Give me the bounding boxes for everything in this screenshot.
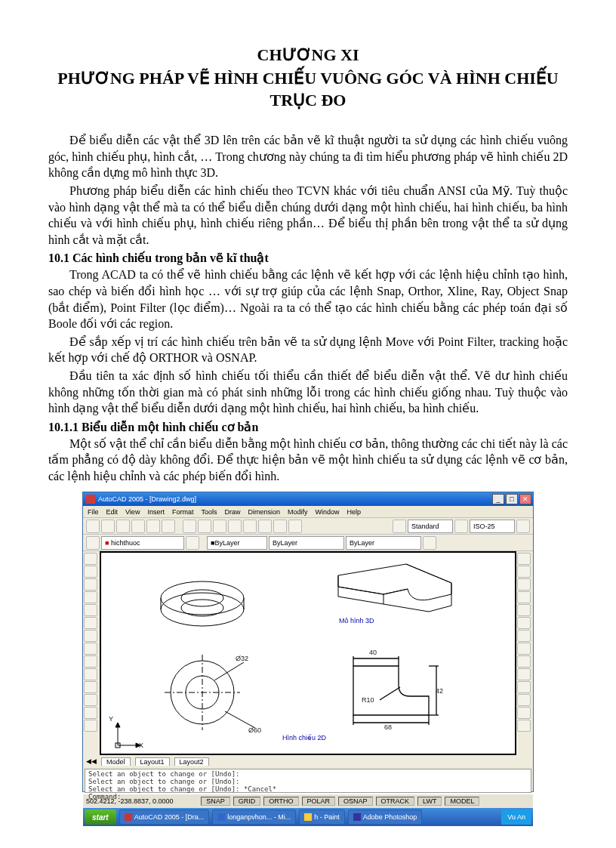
taskbar-item[interactable]: longanpvhon... - Mi... xyxy=(212,809,296,825)
color-dropdown[interactable]: ■ ByLayer xyxy=(207,536,267,550)
toolbar-button[interactable] xyxy=(198,520,211,533)
status-lwt[interactable]: LWT xyxy=(417,797,442,806)
menu-window[interactable]: Window xyxy=(316,508,340,516)
toolbar-button[interactable] xyxy=(146,520,160,533)
toolbar-button[interactable] xyxy=(288,520,302,533)
tab-layout2[interactable]: Layout2 xyxy=(174,757,209,766)
section-heading-10-1: 10.1 Các hình chiếu trong bản vẽ kĩ thuậ… xyxy=(48,251,568,265)
tool-button[interactable] xyxy=(517,617,531,629)
taskbar-label: h - Paint xyxy=(314,813,340,821)
menu-format[interactable]: Format xyxy=(172,508,194,516)
tool-button[interactable] xyxy=(517,630,531,642)
layer-dropdown[interactable]: ■ hichthuoc xyxy=(101,536,184,550)
tool-button[interactable] xyxy=(84,630,97,642)
status-grid[interactable]: GRID xyxy=(233,797,261,806)
toolbar-button[interactable] xyxy=(116,520,130,533)
menu-insert[interactable]: Insert xyxy=(147,508,165,516)
tool-button[interactable] xyxy=(517,707,531,719)
menu-file[interactable]: File xyxy=(88,508,99,516)
tool-button[interactable] xyxy=(84,720,97,732)
lineweight-dropdown[interactable]: ByLayer xyxy=(346,536,421,550)
nav-arrow-icon[interactable]: ◀◀ xyxy=(86,757,97,765)
tool-button[interactable] xyxy=(84,578,97,591)
system-tray[interactable]: Vu An xyxy=(501,809,531,825)
dim-style-field[interactable]: ISO-25 xyxy=(470,520,515,533)
tool-button[interactable] xyxy=(84,617,97,629)
toolbar-standard: Standard ISO-25 xyxy=(83,518,533,535)
menu-dimension[interactable]: Dimension xyxy=(248,508,280,516)
drawing-canvas[interactable]: Mô hình 3D Hình chiếu 2D 40 68 42 R10 Ø3… xyxy=(101,553,515,754)
tool-button[interactable] xyxy=(84,681,97,693)
maximize-button[interactable]: □ xyxy=(506,494,518,504)
status-osnap[interactable]: OSNAP xyxy=(338,797,373,806)
toolbar-button[interactable] xyxy=(186,536,199,550)
paragraph: Phương pháp biểu diễn các hình chiếu the… xyxy=(48,183,568,248)
paragraph: Để sắp xếp vị trí các hình chiếu trên bả… xyxy=(48,334,568,366)
tab-layout1[interactable]: Layout1 xyxy=(135,757,170,766)
toolbar-button[interactable] xyxy=(86,536,100,550)
menu-help[interactable]: Help xyxy=(347,508,362,516)
toolbar-button[interactable] xyxy=(101,520,115,533)
menu-view[interactable]: View xyxy=(125,508,140,516)
status-ortho[interactable]: ORTHO xyxy=(263,797,298,806)
tool-button[interactable] xyxy=(517,591,531,603)
tool-button[interactable] xyxy=(517,578,531,591)
text-style-field[interactable]: Standard xyxy=(408,520,453,533)
bylayer-label: ByLayer xyxy=(214,539,239,547)
status-polar[interactable]: POLAR xyxy=(302,797,336,806)
svg-point-3 xyxy=(181,600,223,616)
window-title: AutoCAD 2005 - [Drawing2.dwg] xyxy=(98,495,196,503)
tool-button[interactable] xyxy=(84,591,97,603)
tool-button[interactable] xyxy=(517,694,531,706)
toolbar-button[interactable] xyxy=(258,520,272,533)
tool-button[interactable] xyxy=(84,553,97,565)
tool-button[interactable] xyxy=(84,694,97,706)
taskbar-item[interactable]: AutoCAD 2005 - [Dra... xyxy=(119,809,210,825)
menu-tools[interactable]: Tools xyxy=(201,508,217,516)
tool-button[interactable] xyxy=(517,604,531,616)
tab-model[interactable]: Model xyxy=(101,757,131,766)
linetype-dropdown[interactable]: ByLayer xyxy=(269,536,344,550)
toolbar-button[interactable] xyxy=(213,520,226,533)
toolbar-button[interactable] xyxy=(86,520,100,533)
minimize-button[interactable]: _ xyxy=(492,494,504,504)
menu-draw[interactable]: Draw xyxy=(224,508,240,516)
toolbar-button[interactable] xyxy=(393,520,406,533)
tool-button[interactable] xyxy=(84,643,97,655)
taskbar-item[interactable]: Adobe Photoshop xyxy=(348,809,423,825)
tool-button[interactable] xyxy=(517,655,531,668)
tool-button[interactable] xyxy=(517,668,531,680)
status-otrack[interactable]: OTRACK xyxy=(376,797,415,806)
taskbar-label: Adobe Photoshop xyxy=(363,813,417,821)
tool-button[interactable] xyxy=(517,720,531,732)
status-model[interactable]: MODEL xyxy=(445,797,479,806)
toolbar-button[interactable] xyxy=(243,520,257,533)
status-snap[interactable]: SNAP xyxy=(201,797,230,806)
command-window[interactable]: Select an object to change or [Undo]: Se… xyxy=(85,769,531,793)
toolbar-button[interactable] xyxy=(183,520,196,533)
modify-toolbar xyxy=(516,551,533,755)
menu-modify[interactable]: Modify xyxy=(288,508,308,516)
tool-button[interactable] xyxy=(84,668,97,680)
tool-button[interactable] xyxy=(84,566,97,578)
toolbar-button[interactable] xyxy=(454,520,468,533)
toolbar-button[interactable] xyxy=(162,520,175,533)
tool-button[interactable] xyxy=(84,707,97,719)
paragraph: Một số vật thể chỉ cần biểu diễn bằng mộ… xyxy=(48,436,568,485)
tool-button[interactable] xyxy=(84,604,97,616)
tool-button[interactable] xyxy=(517,566,531,578)
toolbar-button[interactable] xyxy=(273,520,287,533)
chapter-number: CHƯƠNG XI xyxy=(48,45,568,65)
tool-button[interactable] xyxy=(84,655,97,668)
taskbar-item[interactable]: h - Paint xyxy=(299,809,345,825)
tool-button[interactable] xyxy=(517,643,531,655)
close-button[interactable]: ✕ xyxy=(519,494,531,504)
toolbar-button[interactable] xyxy=(228,520,242,533)
toolbar-button[interactable] xyxy=(423,536,436,550)
tool-button[interactable] xyxy=(517,681,531,693)
toolbar-button[interactable] xyxy=(516,520,530,533)
menu-edit[interactable]: Edit xyxy=(106,508,119,516)
start-button[interactable]: start xyxy=(85,809,116,825)
tool-button[interactable] xyxy=(517,553,531,565)
toolbar-button[interactable] xyxy=(131,520,145,533)
